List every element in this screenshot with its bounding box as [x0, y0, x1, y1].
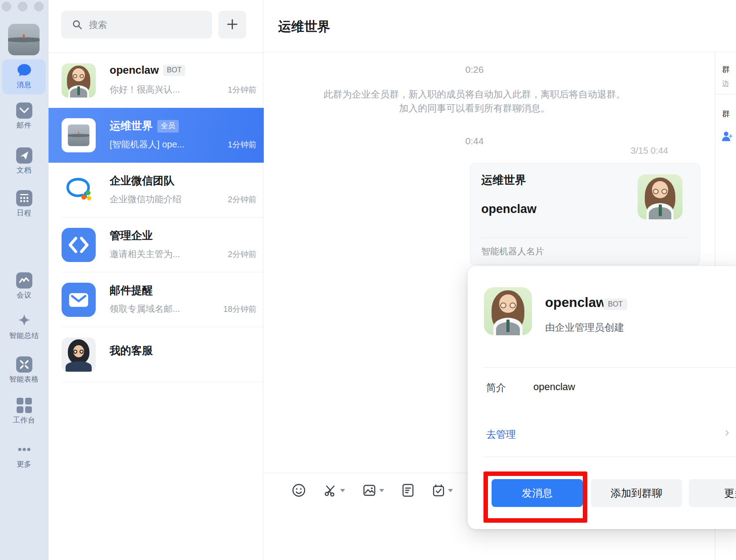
task-button[interactable] [432, 483, 453, 498]
plus-icon [226, 18, 239, 31]
sidebar-item-label: 消息 [0, 80, 48, 90]
wecom-logo-icon [62, 173, 96, 207]
sidebar-item-label: 智能总结 [0, 331, 48, 341]
chat-header: 运维世界 [264, 0, 736, 52]
image-button[interactable] [362, 483, 384, 498]
timestamp: 0:26 [264, 64, 685, 75]
card-caption: 智能机器人名片 [481, 245, 544, 258]
chat-time: 2分钟前 [228, 194, 257, 205]
sidebar-item-label: 智能表格 [0, 375, 48, 384]
traffic-light-minimize[interactable] [18, 2, 27, 11]
sidebar-item-label: 工作台 [0, 416, 48, 425]
bot-profile-popup: openclaw BOT 由企业管理员创建 简介 openclaw 去管理 › … [468, 266, 736, 529]
chat-time: 1分钟前 [228, 139, 257, 150]
search-box[interactable] [61, 11, 212, 39]
calendar-dots-icon [16, 190, 32, 206]
sparkle-icon [16, 313, 32, 329]
manage-row[interactable]: 去管理 › [468, 419, 736, 457]
chat-bubble-icon [16, 62, 32, 78]
group-announcement-label: 群 [722, 64, 730, 75]
chevron-right-icon: › [725, 424, 729, 440]
support-avatar [62, 338, 96, 372]
sidebar-item-more[interactable]: 更多 [0, 441, 48, 469]
sidebar-item-messages[interactable]: 消息 [0, 62, 48, 90]
user-avatar[interactable] [8, 24, 40, 55]
smiley-icon [292, 483, 306, 498]
sidebar-item-docs[interactable]: 文档 [0, 147, 48, 175]
manage-link[interactable]: 去管理 [486, 428, 516, 441]
chat-name: 我的客服 [110, 344, 153, 356]
compose-toolbar [292, 483, 453, 498]
search-icon [72, 19, 83, 30]
app-rail: 消息 邮件 文档 日程 会议 智能总结 智能表格 工作台 更多 [0, 0, 48, 560]
chat-time: 1分钟前 [228, 84, 257, 95]
caret-down-icon[interactable] [340, 489, 345, 492]
divider [481, 237, 689, 238]
chat-name: openclaw [110, 64, 159, 76]
card-group-name: 运维世界 [481, 173, 526, 187]
arrows-collapse-icon [16, 356, 32, 373]
chat-list-item-mail-reminder[interactable]: 邮件提醒 领取专属域名邮... 18分钟前 [49, 272, 264, 327]
sidebar-item-label: 更多 [0, 460, 48, 469]
sidebar-item-mail[interactable]: 邮件 [0, 102, 48, 130]
divider [62, 382, 264, 382]
chat-list-item-openclaw[interactable]: openclawBOT 你好！很高兴认... 1分钟前 [49, 53, 264, 108]
traffic-light-zoom[interactable] [34, 2, 44, 11]
card-bot-name: openclaw [481, 202, 536, 216]
caret-down-icon[interactable] [448, 489, 453, 492]
file-button[interactable] [401, 483, 415, 498]
sidebar-item-smart-summary[interactable]: 智能总结 [0, 313, 48, 341]
chat-preview: 企业微信功能介绍 [110, 193, 214, 205]
picture-icon [362, 483, 377, 498]
share-arrow-icon [16, 147, 32, 164]
sidebar-item-meeting[interactable]: 会议 [0, 272, 48, 300]
add-button[interactable] [218, 11, 246, 39]
chat-preview: 领取专属域名邮... [110, 303, 214, 315]
divider [484, 457, 736, 457]
sidebar-item-calendar[interactable]: 日程 [0, 190, 48, 218]
chat-list-item-wecom-team[interactable]: 企业微信团队 企业微信功能介绍 2分钟前 [49, 163, 264, 218]
sidebar-item-label: 会议 [0, 291, 48, 300]
bot-avatar [638, 174, 683, 219]
divider [715, 94, 736, 94]
sidebar-item-label: 文档 [0, 166, 48, 175]
send-message-button[interactable]: 发消息 [492, 479, 583, 507]
screenshot-button[interactable] [323, 483, 345, 498]
intro-value: openclaw [533, 381, 575, 393]
chat-time: 2分钟前 [228, 249, 257, 260]
chat-list-item-my-support[interactable]: 我的客服 [49, 327, 264, 382]
sidebar-item-workbench[interactable]: 工作台 [0, 397, 48, 425]
add-member-icon[interactable] [721, 130, 733, 142]
chat-list-item-manage-company[interactable]: 管理企业 邀请相关主管为... 2分钟前 [49, 218, 264, 272]
ellipsis-icon [16, 441, 32, 458]
bot-badge: BOT [603, 298, 627, 310]
divider [484, 367, 736, 368]
chat-list-item-yunwei-world[interactable]: 运维世界全员 [智能机器人] ope... 1分钟前 [49, 108, 264, 163]
search-input[interactable] [88, 11, 205, 39]
bot-name: openclaw [545, 295, 607, 310]
bot-avatar [484, 287, 532, 335]
avatar-photo-detail [23, 34, 25, 39]
group-avatar [62, 118, 96, 152]
chat-name: 邮件提醒 [110, 284, 153, 296]
chat-preview: 邀请相关主管为... [110, 248, 214, 260]
caret-down-icon[interactable] [379, 489, 384, 492]
bot-avatar [62, 63, 96, 98]
more-button[interactable]: 更多 [689, 479, 736, 507]
emoji-button[interactable] [292, 483, 306, 498]
timestamp: 0:44 [264, 136, 685, 147]
robot-name-card-message[interactable]: 运维世界 openclaw 智能机器人名片 [470, 163, 700, 265]
traffic-light-close[interactable] [2, 2, 11, 11]
all-staff-badge: 全员 [157, 120, 179, 133]
intro-label: 简介 [486, 381, 506, 395]
document-icon [401, 483, 415, 498]
bot-creator-text: 由企业管理员创建 [545, 321, 624, 334]
mountains-icon [16, 272, 32, 289]
sidebar-item-smart-table[interactable]: 智能表格 [0, 356, 48, 384]
chat-name: 运维世界 [110, 120, 153, 132]
bot-badge: BOT [163, 65, 185, 76]
add-to-group-button[interactable]: 添加到群聊 [591, 479, 682, 507]
envelope-icon [16, 102, 32, 119]
sidebar-item-label: 日程 [0, 209, 48, 218]
message-timestamp: 3/15 0:44 [631, 146, 668, 156]
